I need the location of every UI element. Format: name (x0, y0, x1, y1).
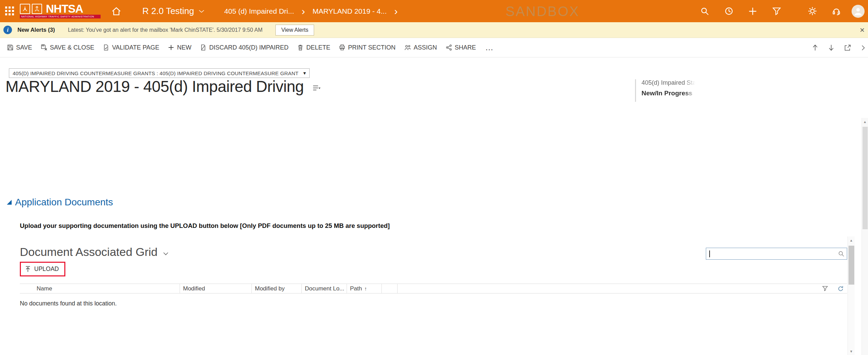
record-navigation (812, 38, 867, 57)
select-all-column[interactable] (20, 284, 34, 293)
breadcrumb: 405 (d) Impaired Dri... › MARYLAND 2019 … (224, 7, 405, 15)
grid-search-input[interactable] (710, 249, 833, 259)
scroll-up-button[interactable]: ▲ (862, 118, 868, 125)
scroll-down-button[interactable]: ▼ (848, 347, 855, 355)
upload-instruction: Upload your supporting documentation usi… (20, 222, 390, 230)
next-record-button[interactable] (828, 44, 834, 51)
collapse-pane-button[interactable] (861, 45, 865, 51)
filter-icon (773, 7, 781, 15)
status-value: New/In Progress (642, 90, 696, 97)
recent-items-button[interactable] (717, 0, 741, 22)
breadcrumb-entity[interactable]: 405 (d) Impaired Dri... (224, 7, 294, 15)
chevron-right-icon: › (302, 8, 305, 15)
print-section-button[interactable]: PRINT SECTION (335, 38, 400, 57)
share-button[interactable]: SHARE (441, 38, 480, 57)
advanced-find-button[interactable] (765, 0, 789, 22)
collapse-triangle-icon (7, 200, 12, 205)
printer-icon (339, 44, 345, 51)
status-label: 405(d) Impaired Status (642, 79, 696, 86)
column-blank (382, 284, 398, 293)
validate-page-label: VALIDATE PAGE (112, 44, 159, 51)
save-icon (7, 44, 13, 51)
waffle-icon (5, 6, 14, 16)
popout-button[interactable] (844, 44, 851, 51)
scrollbar-thumb[interactable] (863, 127, 868, 229)
save-and-close-button[interactable]: SAVE & CLOSE (37, 38, 99, 57)
column-label: Path (350, 285, 362, 292)
grid-filter-button[interactable] (822, 286, 828, 291)
search-button[interactable] (693, 0, 717, 22)
alert-close-button[interactable]: × (860, 26, 865, 34)
column-path[interactable]: Path ↑ (347, 284, 382, 293)
topnav-actions (693, 0, 868, 22)
view-alerts-button[interactable]: View Alerts (275, 25, 314, 36)
form-selector-button[interactable] (313, 85, 321, 91)
plus-icon (749, 7, 757, 15)
page-title: MARYLAND 2019 - 405(d) Impaired Driving (5, 77, 304, 96)
column-name[interactable]: Name (34, 284, 180, 293)
print-section-label: PRINT SECTION (348, 44, 396, 51)
delete-label: DELETE (306, 44, 330, 51)
page-scrollbar[interactable]: ▲ (861, 118, 868, 355)
column-modified-by[interactable]: Modified by (252, 284, 302, 293)
home-button[interactable] (112, 7, 121, 16)
record-type-selector[interactable]: 405(D) IMPAIRED DRIVING COUNTERMEASURE G… (9, 68, 310, 78)
more-commands-button[interactable]: … (480, 38, 499, 57)
caret-down-icon: ▾ (303, 70, 306, 76)
trash-icon (297, 44, 303, 51)
save-button[interactable]: SAVE (3, 38, 37, 57)
settings-button[interactable] (800, 0, 824, 22)
brand-text: NHTSA (46, 4, 83, 14)
quick-create-button[interactable] (741, 0, 765, 22)
grid-title: Document Associated Grid (20, 245, 158, 259)
form-content: 405(D) IMPAIRED DRIVING COUNTERMEASURE G… (0, 57, 868, 355)
text-cursor (709, 250, 710, 257)
column-document-location[interactable]: Document Lo... (302, 284, 347, 293)
app-launcher-button[interactable] (0, 0, 19, 22)
grid-search-button[interactable] (838, 251, 844, 257)
app-title: R 2.0 Testing (142, 6, 194, 16)
scroll-up-button[interactable]: ▲ (848, 236, 855, 244)
breadcrumb-record[interactable]: MARYLAND 2019 - 4... (313, 7, 387, 15)
support-button[interactable] (824, 0, 848, 22)
info-icon: i (3, 26, 12, 34)
validate-page-button[interactable]: VALIDATE PAGE (99, 38, 164, 57)
chevron-down-icon (163, 252, 168, 256)
validate-page-icon (103, 44, 109, 51)
search-icon (701, 7, 709, 15)
documents-table-header: Name Modified Modified by Document Lo...… (20, 284, 847, 293)
app-title-menu[interactable]: R 2.0 Testing (142, 6, 204, 16)
previous-record-button[interactable] (812, 44, 818, 51)
assign-icon (404, 44, 411, 51)
assign-button[interactable]: ASSIGN (400, 38, 441, 57)
share-icon (446, 44, 452, 51)
new-button[interactable]: NEW (164, 38, 196, 57)
column-label: Modified (183, 285, 205, 292)
discard-button[interactable]: DISCARD 405(D) IMPAIRED (196, 38, 293, 57)
grid-scrollbar[interactable]: ▲ ▼ (847, 236, 855, 355)
grid-refresh-button[interactable] (838, 286, 844, 292)
form-menu-icon (313, 85, 321, 91)
home-icon (112, 7, 121, 16)
avatar-circle (852, 5, 865, 18)
user-avatar[interactable] (848, 0, 868, 22)
safety-pictogram-icon (32, 4, 42, 14)
nhtsa-logo-row: NHTSA (20, 4, 101, 14)
delete-button[interactable]: DELETE (293, 38, 335, 57)
record-type-label: 405(D) IMPAIRED DRIVING COUNTERMEASURE G… (13, 70, 298, 76)
crm-application: NHTSA NATIONAL HIGHWAY TRAFFIC SAFETY AD… (0, 0, 868, 355)
upload-button[interactable]: UPLOAD (20, 262, 65, 276)
plus-icon (168, 44, 174, 51)
table-header-tools (398, 284, 847, 293)
application-documents-section-toggle[interactable]: Application Documents (7, 197, 113, 208)
scrollbar-thumb[interactable] (848, 246, 854, 285)
column-modified[interactable]: Modified (180, 284, 252, 293)
discard-label: DISCARD 405(D) IMPAIRED (209, 44, 288, 51)
filter-icon (822, 286, 828, 291)
title-row: MARYLAND 2019 - 405(d) Impaired Driving (5, 77, 321, 96)
nhtsa-logo: NHTSA NATIONAL HIGHWAY TRAFFIC SAFETY AD… (20, 4, 101, 18)
alert-latest-text: Latest: You've got an alert for the mail… (68, 27, 262, 33)
save-close-icon (41, 44, 47, 51)
grid-view-selector[interactable] (163, 252, 168, 256)
share-label: SHARE (455, 44, 476, 51)
